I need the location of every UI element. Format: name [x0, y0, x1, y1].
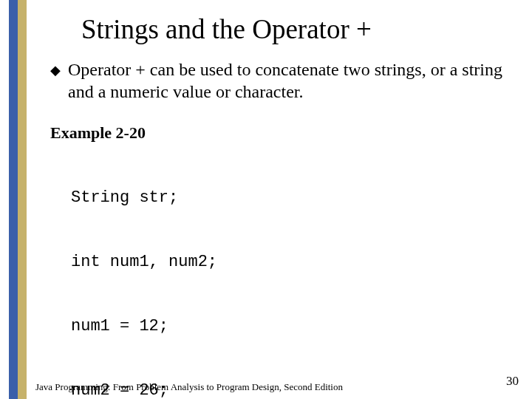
example-label: Example 2-20: [50, 123, 516, 143]
code-line: String str;: [71, 187, 516, 208]
slide-title: Strings and the Operator +: [81, 13, 523, 45]
diamond-bullet-icon: ◆: [50, 62, 61, 78]
code-block: String str; int num1, num2; num1 = 12; n…: [71, 144, 516, 399]
slide-content: Strings and the Operator + ◆ Operator + …: [35, 0, 523, 399]
bullet-item: ◆ Operator + can be used to concatenate …: [50, 58, 516, 103]
footer-text: Java Programming: From Problem Analysis …: [35, 381, 343, 393]
code-line: int num1, num2;: [71, 251, 516, 273]
bullet-text: Operator + can be used to concatenate tw…: [68, 58, 516, 103]
code-line: num1 = 12;: [71, 316, 516, 337]
decorative-sidebar: [9, 0, 27, 399]
stripe-gold: [18, 0, 27, 399]
stripe-blue: [9, 0, 18, 399]
body-block: ◆ Operator + can be used to concatenate …: [50, 58, 516, 399]
page-number: 30: [506, 374, 519, 389]
